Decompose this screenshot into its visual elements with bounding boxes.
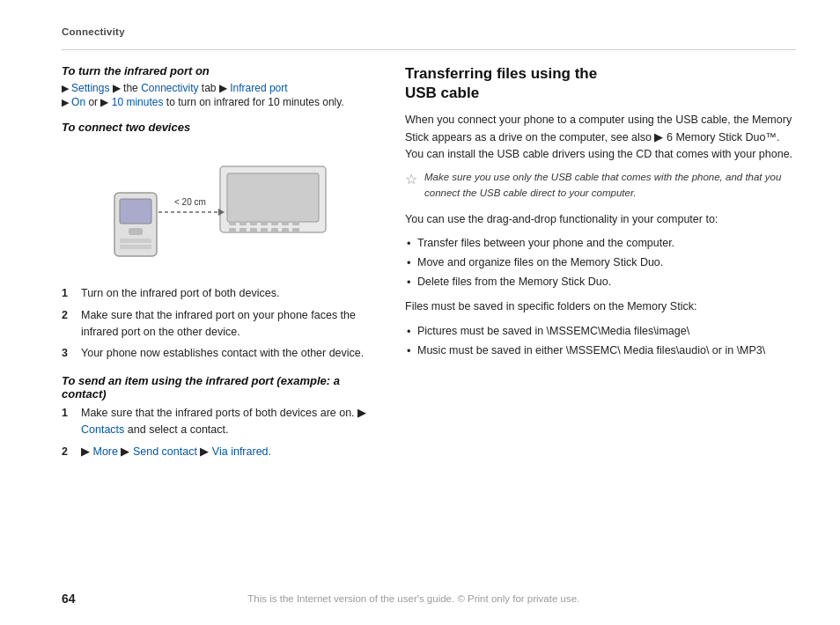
body-text-3: Files must be saved in specific folders … xyxy=(405,298,796,315)
nav-on-or: ▶ On or ▶ 10 minutes to turn on infrared… xyxy=(62,96,379,108)
nav-settings: ▶ Settings ▶ the Connectivity tab ▶ Infr… xyxy=(62,82,379,94)
svg-rect-7 xyxy=(282,221,289,225)
step-num-2: 2 xyxy=(62,307,74,341)
svg-rect-15 xyxy=(292,228,299,232)
ten-min-link: 10 minutes xyxy=(112,96,164,108)
arrow-infrared: ▶ xyxy=(219,82,230,94)
bullet-2-2: Music must be saved in either \MSSEMC\ M… xyxy=(405,342,796,359)
via-infrared-link: Via infrared. xyxy=(212,445,271,458)
svg-rect-13 xyxy=(271,228,278,232)
svg-rect-12 xyxy=(261,228,268,232)
send-step-text-2: ▶ More ▶ Send contact ▶ Via infrared. xyxy=(81,444,271,460)
tip-icon: ☆ xyxy=(405,171,417,188)
settings-link: Settings xyxy=(71,82,109,94)
step-text-2: Make sure that the infrared port on your… xyxy=(81,307,379,341)
page: Connectivity To turn the infrared port o… xyxy=(0,0,840,625)
step-2: 2 Make sure that the infrared port on yo… xyxy=(62,307,379,341)
subheading-send-item: To send an item using the infrared port … xyxy=(62,374,379,401)
infrared-diagram: < 20 cm xyxy=(97,149,343,268)
bullet-1-3: Delete files from the Memory Stick Duo. xyxy=(405,274,796,290)
tip-text: Make sure you use only the USB cable tha… xyxy=(424,170,796,201)
svg-rect-1 xyxy=(227,173,319,222)
step-text-3: Your phone now establishes contact with … xyxy=(81,345,364,362)
svg-rect-18 xyxy=(129,228,143,235)
svg-rect-14 xyxy=(282,228,289,232)
send-step-num-2: 2 xyxy=(62,444,74,460)
step-num-1: 1 xyxy=(62,285,74,302)
svg-rect-2 xyxy=(229,221,236,225)
subheading-infrared-on: To turn the infrared port on xyxy=(62,64,379,77)
svg-rect-5 xyxy=(261,221,268,225)
two-column-layout: To turn the infrared port on ▶ Settings … xyxy=(62,64,796,465)
connectivity-link: Connectivity xyxy=(141,82,198,94)
svg-rect-9 xyxy=(229,228,236,232)
svg-rect-19 xyxy=(120,239,151,243)
infrared-link: Infrared port xyxy=(230,82,287,94)
bullet-1-2: Move and organize files on the Memory St… xyxy=(405,254,796,271)
body-text-1: When you connect your phone to a compute… xyxy=(405,112,796,163)
on-link: On xyxy=(71,96,85,108)
footer: 64 This is the Internet version of the u… xyxy=(0,592,840,606)
arrow-connectivity: ▶ the xyxy=(113,82,141,94)
footer-note: This is the Internet version of the user… xyxy=(76,593,752,604)
send-step-2: 2 ▶ More ▶ Send contact ▶ Via infrared. xyxy=(62,444,379,460)
step-text-1: Turn on the infrared port of both device… xyxy=(81,285,279,302)
section-label: Connectivity xyxy=(62,26,796,37)
svg-rect-8 xyxy=(292,221,299,225)
step-num-3: 3 xyxy=(62,345,74,362)
svg-rect-4 xyxy=(250,221,257,225)
bullet-2-1: Pictures must be saved in \MSSEMC\Media … xyxy=(405,323,796,340)
step-1: 1 Turn on the infrared port of both devi… xyxy=(62,285,379,302)
diagram-area: < 20 cm xyxy=(62,146,379,269)
steps-send: 1 Make sure that the infrared ports of b… xyxy=(62,405,379,460)
subheading-connect-two: To connect two devices xyxy=(62,121,379,134)
svg-text:< 20 cm: < 20 cm xyxy=(174,197,206,207)
bullets-2: Pictures must be saved in \MSSEMC\Media … xyxy=(405,323,796,359)
infrared-description: to turn on infrared for 10 minutes only. xyxy=(166,96,344,108)
title-line2: USB cable xyxy=(405,85,479,101)
svg-rect-20 xyxy=(120,245,151,249)
more-link: More xyxy=(92,445,117,458)
svg-rect-10 xyxy=(239,228,247,232)
svg-rect-6 xyxy=(271,221,278,225)
section-title: Transferring files using the USB cable xyxy=(405,64,796,103)
send-step-num-1: 1 xyxy=(62,405,74,438)
left-column: To turn the infrared port on ▶ Settings … xyxy=(62,64,379,465)
bullets-1: Transfer files between your phone and th… xyxy=(405,235,796,290)
title-line1: Transferring files using the xyxy=(405,65,597,82)
body-text-2: You can use the drag-and-drop functional… xyxy=(405,211,796,228)
svg-rect-3 xyxy=(239,221,247,225)
svg-rect-11 xyxy=(250,228,257,232)
page-number: 64 xyxy=(62,592,76,606)
step-3: 3 Your phone now establishes contact wit… xyxy=(62,345,379,362)
bullet-1-1: Transfer files between your phone and th… xyxy=(405,235,796,252)
steps-connect: 1 Turn on the infrared port of both devi… xyxy=(62,285,379,362)
tab-text: tab xyxy=(202,82,219,94)
right-column: Transferring files using the USB cable W… xyxy=(405,64,796,465)
divider xyxy=(62,49,796,50)
arrow-on: ▶ xyxy=(62,97,71,107)
contacts-link: Contacts xyxy=(81,423,124,436)
send-contact-link: Send contact xyxy=(133,445,197,458)
send-step-1: 1 Make sure that the infrared ports of b… xyxy=(62,405,379,438)
arrow-settings: ▶ xyxy=(62,83,71,93)
send-step-text-1: Make sure that the infrared ports of bot… xyxy=(81,405,379,438)
tip-box: ☆ Make sure you use only the USB cable t… xyxy=(405,170,796,201)
svg-rect-17 xyxy=(120,199,151,224)
or-text: or ▶ xyxy=(88,96,111,108)
